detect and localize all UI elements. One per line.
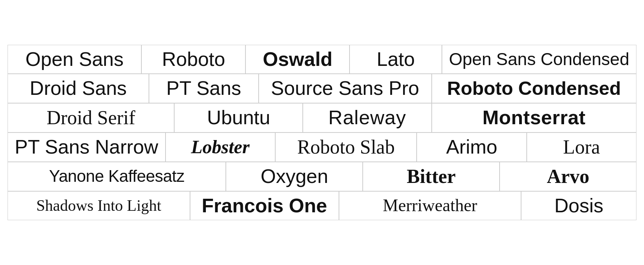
font-label-francois: Francois One	[202, 195, 327, 217]
font-cell-pt-sans[interactable]: PT Sans	[149, 74, 259, 103]
font-row-3: Droid Serif Ubuntu Raleway Montserrat	[8, 103, 636, 132]
font-label-raleway: Raleway	[328, 107, 406, 129]
font-label-open-sans: Open Sans	[26, 48, 124, 71]
font-row-6: Shadows Into Light Francois One Merriwea…	[8, 191, 636, 221]
font-cell-source-sans-pro[interactable]: Source Sans Pro	[259, 74, 432, 103]
font-cell-roboto-slab[interactable]: Roboto Slab	[275, 132, 417, 162]
font-label-roboto: Roboto	[162, 48, 225, 71]
font-cell-droid-serif[interactable]: Droid Serif	[8, 103, 174, 132]
font-cell-ubuntu[interactable]: Ubuntu	[174, 103, 303, 132]
font-label-droid-sans: Droid Sans	[30, 77, 127, 100]
font-cell-yanone[interactable]: Yanone Kaffeesatz	[8, 162, 226, 191]
font-label-yanone: Yanone Kaffeesatz	[49, 167, 184, 186]
font-cell-open-sans[interactable]: Open Sans	[8, 45, 141, 74]
font-row-5: Yanone Kaffeesatz Oxygen Bitter Arvo	[8, 162, 636, 191]
font-label-arvo: Arvo	[547, 165, 589, 188]
font-label-oswald: Oswald	[263, 48, 333, 71]
font-label-arimo: Arimo	[446, 136, 497, 158]
font-cell-lora[interactable]: Lora	[527, 132, 636, 162]
font-cell-arimo[interactable]: Arimo	[417, 132, 526, 162]
font-label-lobster: Lobster	[191, 136, 250, 158]
font-cell-montserrat[interactable]: Montserrat	[432, 103, 636, 132]
font-cell-oxygen[interactable]: Oxygen	[226, 162, 363, 191]
font-cell-oswald[interactable]: Oswald	[245, 45, 350, 74]
font-label-open-sans-condensed: Open Sans Condensed	[449, 49, 629, 69]
font-label-source-sans-pro: Source Sans Pro	[271, 77, 419, 100]
font-row-4: PT Sans Narrow Lobster Roboto Slab Arimo…	[8, 132, 636, 162]
font-label-lora: Lora	[563, 136, 600, 158]
font-label-shadows: Shadows Into Light	[36, 196, 161, 215]
font-label-pt-sans-narrow: PT Sans Narrow	[15, 136, 158, 158]
font-cell-droid-sans[interactable]: Droid Sans	[8, 74, 149, 103]
font-cell-pt-sans-narrow[interactable]: PT Sans Narrow	[8, 132, 166, 162]
font-label-bitter: Bitter	[407, 165, 456, 188]
font-cell-arvo[interactable]: Arvo	[500, 162, 636, 191]
font-cell-raleway[interactable]: Raleway	[303, 103, 431, 132]
font-cell-open-sans-condensed[interactable]: Open Sans Condensed	[442, 45, 636, 74]
font-cell-roboto[interactable]: Roboto	[141, 45, 245, 74]
font-label-lato: Lato	[377, 48, 415, 71]
font-cell-francois[interactable]: Francois One	[190, 191, 339, 221]
font-grid: Open Sans Roboto Oswald Lato Open Sans C…	[8, 45, 636, 221]
font-cell-roboto-condensed[interactable]: Roboto Condensed	[432, 74, 636, 103]
font-cell-merriweather[interactable]: Merriweather	[339, 191, 521, 221]
font-cell-shadows[interactable]: Shadows Into Light	[8, 191, 190, 221]
font-row-2: Droid Sans PT Sans Source Sans Pro Robot…	[8, 74, 636, 103]
font-cell-dosis[interactable]: Dosis	[521, 191, 636, 221]
font-label-montserrat: Montserrat	[482, 107, 586, 129]
font-cell-lobster[interactable]: Lobster	[166, 132, 275, 162]
font-row-1: Open Sans Roboto Oswald Lato Open Sans C…	[8, 45, 636, 74]
font-label-merriweather: Merriweather	[383, 196, 477, 216]
font-cell-bitter[interactable]: Bitter	[363, 162, 500, 191]
font-label-ubuntu: Ubuntu	[207, 107, 270, 129]
font-label-roboto-slab: Roboto Slab	[297, 136, 395, 158]
font-label-oxygen: Oxygen	[261, 165, 328, 188]
font-cell-lato[interactable]: Lato	[350, 45, 442, 74]
font-label-roboto-condensed: Roboto Condensed	[447, 78, 621, 100]
font-label-droid-serif: Droid Serif	[46, 107, 135, 129]
font-label-dosis: Dosis	[554, 195, 603, 217]
font-label-pt-sans: PT Sans	[166, 77, 241, 100]
